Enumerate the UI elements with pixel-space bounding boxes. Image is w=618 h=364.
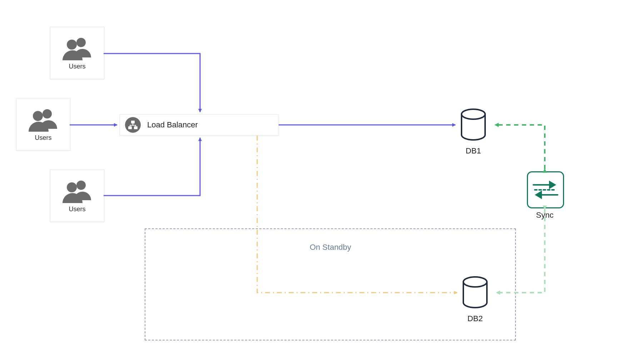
users-label: Users <box>35 134 51 142</box>
svg-point-2 <box>43 109 52 118</box>
standby-label: On Standby <box>295 243 366 252</box>
sync-icon <box>531 178 560 201</box>
svg-point-15 <box>463 277 487 287</box>
svg-rect-11 <box>130 125 136 126</box>
svg-rect-13 <box>135 125 136 127</box>
edge-users3-lb <box>104 138 200 196</box>
users-node-2: Users <box>16 98 70 151</box>
sync-label: Sync <box>523 211 566 220</box>
svg-rect-12 <box>130 125 130 127</box>
svg-point-1 <box>67 40 77 50</box>
svg-point-14 <box>462 109 485 119</box>
users-node-1: Users <box>50 27 104 79</box>
users-icon <box>27 107 59 134</box>
users-icon <box>61 36 93 63</box>
users-icon <box>61 179 93 206</box>
svg-rect-8 <box>128 126 132 129</box>
svg-point-3 <box>33 111 43 121</box>
db2-label: DB2 <box>454 314 497 323</box>
sync-node <box>527 171 564 208</box>
users-label: Users <box>69 206 85 213</box>
edge-sync-db1 <box>495 125 545 169</box>
svg-rect-7 <box>131 121 135 123</box>
users-label: Users <box>69 63 85 70</box>
svg-point-5 <box>67 182 77 192</box>
db1-icon <box>457 107 489 143</box>
load-balancer-label: Load Balancer <box>147 120 198 130</box>
svg-rect-9 <box>134 126 138 129</box>
users-node-3: Users <box>50 170 104 222</box>
network-icon <box>125 117 141 133</box>
svg-point-0 <box>76 38 86 47</box>
edge-users1-lb <box>104 54 200 112</box>
svg-point-4 <box>76 181 86 190</box>
db2-icon <box>459 275 491 310</box>
db1-label: DB1 <box>452 146 495 156</box>
load-balancer-node: Load Balancer <box>120 114 279 136</box>
